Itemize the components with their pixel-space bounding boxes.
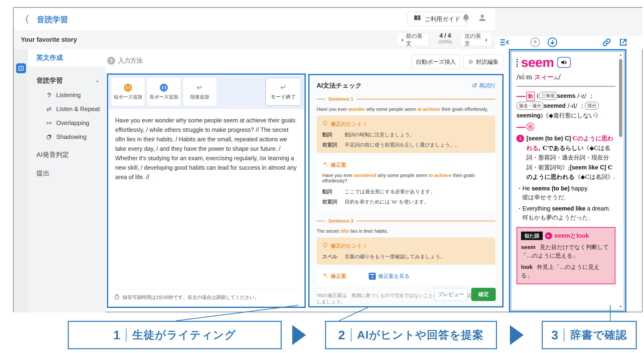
sentence1-label: Sentence 1: [328, 96, 354, 102]
sentence-counter: 4 / 4 (100%): [434, 32, 457, 45]
topbar-right-background: [495, 8, 642, 36]
sidebar-item-listening[interactable]: Listening: [28, 89, 106, 101]
scrollbar-thumb[interactable]: [619, 59, 622, 137]
divider: [516, 86, 616, 87]
lightbulb-icon: [322, 242, 328, 250]
parallel-edit-label: 対訳編集: [476, 58, 498, 66]
callout-text: 生徒がライティング: [132, 328, 236, 342]
sidebar-item-eibun-sakusei[interactable]: 英文作成: [28, 49, 106, 66]
scroll-up-circle-button[interactable]: [530, 37, 541, 48]
input-method-help[interactable]: ? 入力方法: [107, 57, 142, 65]
fixed-sentence1: Have you ever wondered why some people s…: [322, 173, 490, 184]
back-button[interactable]: 〈: [20, 13, 29, 26]
sidebar-item-label: Listening: [56, 92, 81, 99]
story-title: Your favorite story: [21, 30, 77, 49]
prev-sentence-button[interactable]: ‹ 前の英文: [397, 33, 428, 46]
view-fix-label: 修正案を見る: [378, 273, 410, 280]
callout-number: 2: [338, 328, 345, 342]
fix-row-sentence3: 修正案 ▼ 修正案を見る: [316, 268, 495, 285]
long-pause-label: 長ポーズ追加: [150, 94, 178, 100]
app-window: 〈 音読学習 ご利用ガイド Your favorite story ‹ 前の英文: [13, 7, 642, 312]
pronounce-button[interactable]: [557, 57, 571, 68]
exit-mode-button[interactable]: ↵ モード終了: [265, 78, 301, 106]
return-icon: ↵: [280, 83, 286, 92]
next-sentence-label: 次の英文: [464, 32, 483, 47]
example-1: ・He seems (to be) happy. 彼は幸せそうだ.: [516, 184, 616, 202]
notifications-button[interactable]: [460, 13, 472, 24]
account-button[interactable]: [477, 13, 488, 24]
bell-icon: [461, 13, 471, 24]
ai-panel-title: AI文法チェック: [316, 81, 362, 90]
retry-button[interactable]: ↺ 再試行: [472, 82, 495, 89]
ear-icon: [46, 92, 52, 98]
collapse-list-button[interactable]: [499, 37, 510, 48]
chevron-left-icon: ‹: [402, 36, 404, 44]
dictionary-headword: seem: [521, 56, 554, 69]
sidebar-item-listen-repeat[interactable]: ⇄ Listen & Repeat: [28, 103, 106, 115]
definition-1: 1 [seem (to be) C] Cのように思われる, Cであるらしい《◆C…: [516, 134, 616, 182]
sentence3-label: Sentence 3: [328, 218, 354, 224]
dictionary-panel: seem /síːm スィーム/ 動 (三単現seems /-z/ ；過去・過分…: [509, 49, 626, 312]
user-guide-label: ご利用ガイド: [424, 15, 460, 23]
preview-button[interactable]: プレビュー: [434, 288, 468, 301]
book-icon: [414, 15, 421, 23]
long-pause-icon: [160, 84, 168, 92]
scroll-down-circle-button[interactable]: [547, 37, 558, 48]
speaker-icon: [560, 59, 568, 66]
sidebar: 英文作成 音読学習 ▲ Listening ⇄ Listen & Repeat …: [28, 49, 106, 312]
sidebar-item-ai-hatsuon[interactable]: AI発音判定: [28, 148, 106, 161]
sidebar-group-ondoku-gakushu[interactable]: 音読学習 ▲: [28, 74, 106, 87]
add-paragraph-button[interactable]: ↵ 段落追加: [183, 78, 216, 106]
play-icon[interactable]: ▶: [545, 232, 552, 239]
hint-box-sentence1: 修正のヒント！ 動詞動詞の時制に注意しましょう。 前置詞不定詞の前に使う前置詞を…: [316, 116, 495, 153]
user-guide-button[interactable]: ご利用ガイド: [408, 12, 466, 26]
sidebar-item-teishutsu[interactable]: 提出: [28, 167, 106, 180]
panel-expand-icon: [18, 65, 24, 71]
pronunciation: /síːm スィーム/: [516, 73, 616, 81]
short-pause-button[interactable]: 短ポーズ追加: [112, 78, 144, 106]
sidebar-item-shadowing[interactable]: Shadowing: [28, 131, 106, 143]
hint-row: 動詞動詞の時制に注意しましょう。: [322, 131, 490, 138]
fix-card-sentence1: 修正案 Have you ever wondered why some peop…: [316, 156, 495, 210]
editor-text-area[interactable]: Have you ever wonder why some people see…: [108, 109, 304, 188]
recording-time-note: 録音可能時間は2分20秒です。長文の場合は調節してください。: [123, 294, 260, 300]
scroll-up-icon[interactable]: ▲: [619, 53, 622, 57]
callout-step2: 2 AIがヒントや回答を提案: [325, 321, 497, 349]
sidebar-group-label: 音読学習: [36, 76, 63, 85]
fix-note-row: 前置詞目的を表すためには 'to' を使います。: [322, 198, 490, 205]
overlap-arrow-icon: ↦: [46, 120, 52, 126]
open-external-button[interactable]: [618, 37, 629, 48]
fix-title: 修正案: [331, 273, 346, 280]
view-fix-button[interactable]: ▼ 修正案を見る: [369, 273, 410, 280]
similar-word-row: look外見上「...のように見える」: [521, 263, 611, 280]
callout-step1: 1 生徒がライティング: [68, 321, 282, 349]
sentence1-divider: Sentence 1: [316, 96, 495, 102]
question-icon: ?: [107, 57, 115, 65]
short-pause-label: 短ポーズ追加: [114, 94, 142, 100]
callout-separator: [564, 328, 564, 342]
intransitive-line: 自: [516, 123, 616, 131]
sparkle-icon: [322, 272, 328, 280]
stopwatch-icon: [114, 294, 120, 301]
link-button[interactable]: [601, 37, 612, 48]
dictionary-toolbar: [495, 36, 642, 49]
sidebar-item-overlapping[interactable]: ↦ Overlapping: [28, 117, 106, 129]
scroll-down-icon[interactable]: ▼: [619, 304, 622, 309]
callout-step3: 3 辞書で確認: [542, 321, 637, 349]
definition-number-badge: 1: [516, 135, 524, 142]
retry-icon: ↺: [472, 82, 477, 89]
long-pause-button[interactable]: 長ポーズ追加: [147, 78, 180, 106]
sidebar-toggle-button[interactable]: [16, 63, 26, 73]
hint-row: 前置詞不定詞の前に使う前置詞を正しく選びましょう。。: [322, 142, 490, 148]
left-rail: [14, 49, 28, 312]
hint-row: スペル言葉の綴りをもう一度確認してみましょう。: [322, 253, 490, 260]
confirm-button[interactable]: 確定: [471, 288, 496, 301]
parallel-edit-toggle[interactable]: 対訳編集: [463, 55, 504, 69]
similar-words-badge: 似た語: [521, 232, 543, 240]
dictionary-scrollbar[interactable]: ▲ ▼: [618, 53, 623, 309]
sentence3-divider: Sentence 3: [316, 218, 495, 224]
next-sentence-button[interactable]: 次の英文 ›: [460, 33, 492, 46]
circle-arrow-up-icon: [530, 37, 540, 48]
external-link-icon: [618, 37, 628, 47]
auto-pause-button[interactable]: 自動ポーズ挿入: [411, 55, 460, 69]
